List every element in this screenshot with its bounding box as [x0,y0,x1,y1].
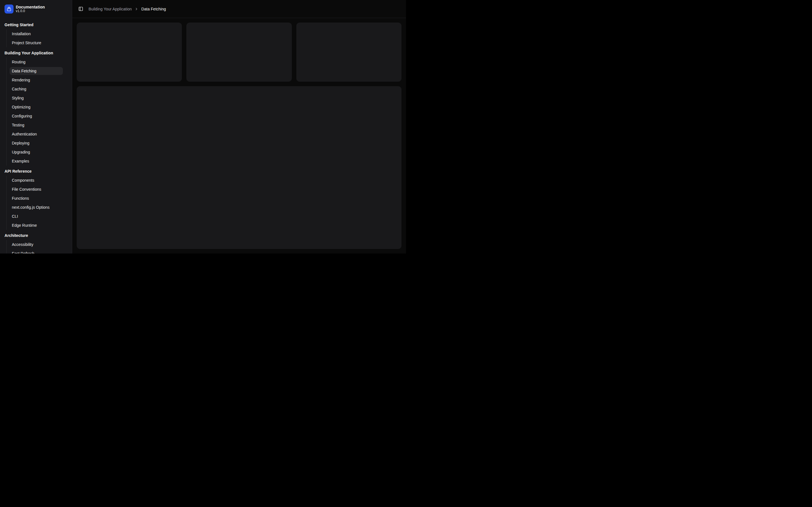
placeholder-card [77,22,182,82]
gallery-vertical-end-icon [4,4,13,13]
sidebar-item-components[interactable]: Components [10,176,63,184]
app-window: Documentation v1.0.0 Getting StartedInst… [0,0,406,253]
sidebar-item-examples[interactable]: Examples [10,157,63,165]
sidebar-sub-list: ComponentsFile ConventionsFunctionsnext.… [6,176,63,230]
placeholder-panel [77,86,402,249]
sidebar-item-routing[interactable]: Routing [10,58,63,66]
sidebar-sub-list: AccessibilityFast Refresh [6,240,63,253]
sidebar-item-cli[interactable]: CLI [10,212,63,220]
panel-left-icon [79,6,83,11]
sidebar-item-upgrading[interactable]: Upgrading [10,148,63,156]
sidebar-item-deploying[interactable]: Deploying [10,139,63,147]
sidebar-group-label[interactable]: API Reference [2,167,70,176]
sidebar-item-next-config-js-options[interactable]: next.config.js Options [10,203,63,211]
sidebar-nav: Getting StartedInstallationProject Struc… [0,20,72,253]
sidebar-group-building-your-application: Building Your ApplicationRoutingData Fet… [2,48,70,166]
placeholder-card-grid [77,22,402,82]
sidebar-item-accessibility[interactable]: Accessibility [10,240,63,248]
workspace-switcher[interactable]: Documentation v1.0.0 [2,2,70,16]
sidebar-item-testing[interactable]: Testing [10,121,63,129]
chevron-right-icon [135,7,139,11]
sidebar-toggle-button[interactable] [77,5,85,13]
sidebar-item-optimizing[interactable]: Optimizing [10,103,63,111]
breadcrumb: Building Your Application Data Fetching [89,7,166,11]
sidebar-group-api-reference: API ReferenceComponentsFile ConventionsF… [2,167,70,230]
sidebar-item-edge-runtime[interactable]: Edge Runtime [10,221,63,229]
sidebar-sub-list: InstallationProject Structure [6,29,63,47]
sidebar-item-data-fetching[interactable]: Data Fetching [10,67,63,75]
breadcrumb-parent[interactable]: Building Your Application [89,7,132,11]
sidebar-item-styling[interactable]: Styling [10,94,63,102]
topbar: Building Your Application Data Fetching [72,0,406,18]
sidebar-group-label[interactable]: Architecture [2,231,70,240]
sidebar-group-getting-started: Getting StartedInstallationProject Struc… [2,20,70,47]
sidebar-item-configuring[interactable]: Configuring [10,112,63,120]
app-version: v1.0.0 [16,9,45,13]
sidebar-item-project-structure[interactable]: Project Structure [10,39,63,47]
sidebar-item-functions[interactable]: Functions [10,194,63,202]
sidebar-item-installation[interactable]: Installation [10,30,63,38]
app-titles: Documentation v1.0.0 [16,5,45,13]
sidebar-item-caching[interactable]: Caching [10,85,63,93]
placeholder-card [296,22,402,82]
placeholder-card [186,22,292,82]
sidebar-item-fast-refresh[interactable]: Fast Refresh [10,249,63,253]
app-title: Documentation [16,5,45,9]
sidebar-item-file-conventions[interactable]: File Conventions [10,185,63,193]
sidebar-group-label[interactable]: Getting Started [2,20,70,29]
sidebar-sub-list: RoutingData FetchingRenderingCachingStyl… [6,57,63,166]
main-area: Building Your Application Data Fetching [72,0,406,253]
breadcrumb-current: Data Fetching [141,7,166,11]
sidebar-item-rendering[interactable]: Rendering [10,76,63,84]
sidebar: Documentation v1.0.0 Getting StartedInst… [0,0,72,253]
sidebar-item-authentication[interactable]: Authentication [10,130,63,138]
sidebar-group-architecture: ArchitectureAccessibilityFast Refresh [2,231,70,253]
sidebar-group-label[interactable]: Building Your Application [2,48,70,57]
page-content [72,18,406,253]
